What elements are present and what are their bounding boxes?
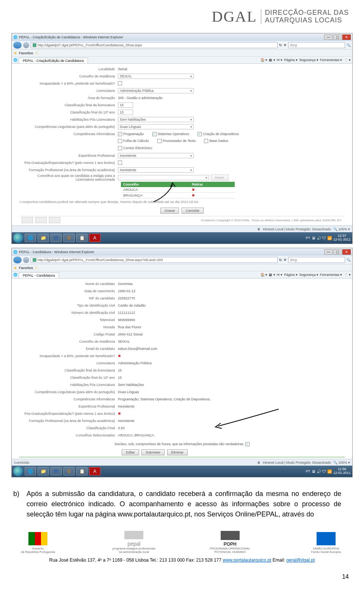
start-button[interactable] [13,233,23,243]
address-bar[interactable]: http://dgalelp07.dgal.pt/PEPAL_FrontOffi… [31,257,278,263]
task-outlook-icon[interactable]: O [63,234,75,242]
intranet-status: Intranet Local | Modo Protegido: Desacti… [263,461,331,464]
favorites-label[interactable]: Favoritos [19,266,33,270]
security-menu[interactable]: Segurança ▾ [299,58,318,62]
lang-indicator[interactable]: PT [306,469,310,473]
start-button[interactable] [13,466,23,476]
security-menu[interactable]: Segurança ▾ [299,273,318,277]
submeter-button[interactable]: Submeter [141,449,165,455]
search-input[interactable]: Bing [288,257,345,263]
add-favorite-icon[interactable]: ☆ [35,265,39,271]
forward-button[interactable] [23,42,29,48]
stop-icon[interactable]: ✕ [284,43,287,47]
checkbox-diapositivos[interactable] [198,132,202,136]
favorites-icon[interactable]: ★ [13,50,17,56]
refresh-icon[interactable]: ↻ [279,258,282,262]
checkbox-posgrad[interactable] [118,161,122,165]
active-tab[interactable]: PEPAL - Candidatura [19,272,59,278]
task-word-icon[interactable]: W [50,234,62,242]
close-button[interactable]: ✕ [342,35,351,40]
select-hab[interactable]: Sem habilitações▾ [118,117,194,122]
search-icon[interactable]: 🔍 [347,43,351,47]
maximize-button[interactable]: ▢ [333,249,342,255]
search-icon[interactable]: 🔍 [347,258,351,262]
screenshot-1: 🌐PEPAL - Criação/Edição de Candidatura -… [11,33,353,244]
task-ie-icon[interactable]: 🌐 [25,234,36,242]
page-menu[interactable]: Página ▾ [284,273,298,277]
favorites-icon[interactable]: ★ [13,265,17,271]
help-icon[interactable]: ❔ ▾ [344,58,351,62]
task-word-icon[interactable]: W [50,467,62,475]
back-button[interactable] [13,42,22,49]
refresh-icon[interactable]: ↻ [279,43,282,47]
stop-icon[interactable]: ✕ [284,258,287,262]
inserir-button[interactable]: Inserir [211,175,229,181]
zoom-level[interactable]: 🔍 105% ▾ [333,461,350,464]
task-adobe-icon[interactable]: A [89,467,100,475]
eliminar-button[interactable]: Eliminar [167,449,188,455]
task-ie-icon[interactable]: 🌐 [25,467,36,475]
input-class-lic[interactable]: 15 [118,102,133,108]
editar-button[interactable]: Editar [122,449,139,455]
feed-icon[interactable]: ▦ ▾ [269,58,275,62]
checkbox-declaro[interactable] [245,442,249,446]
back-button[interactable] [13,257,22,263]
page-menu[interactable]: Página ▾ [284,58,298,62]
remove-icon[interactable]: ✖ [192,188,195,192]
help-icon[interactable]: ❔ ▾ [344,273,351,277]
lang-indicator[interactable]: PT [306,236,310,240]
select-licenciatura[interactable]: Administração Pública▾ [118,88,194,93]
value-tipo-id: Cartão de cidadão [118,304,345,307]
add-favorite-icon[interactable]: ☆ [35,50,39,56]
search-input[interactable]: Bing [288,42,345,48]
checkbox-processador[interactable] [157,139,162,143]
select-concelhos[interactable]: -▾ [118,175,209,180]
forward-button[interactable] [23,257,29,263]
select-concelho-res[interactable]: SEIXAL▾ [118,74,194,79]
select-comp-ling[interactable]: Duas Línguas▾ [118,124,194,129]
checkbox-incapacidade[interactable] [118,81,122,85]
footer-link-email[interactable]: geral@dgal.pt [286,557,315,563]
favorites-label[interactable]: Favoritos [19,51,33,55]
task-adobe-icon[interactable]: A [89,234,100,242]
select-formprof[interactable]: Inexistente▾ [118,167,194,173]
checkbox-sistemas[interactable] [152,132,157,136]
minimize-button[interactable]: — [324,249,333,255]
input-class-12[interactable]: 15 [118,110,133,115]
minimize-button[interactable]: — [324,35,333,40]
checkbox-folha[interactable] [118,139,122,143]
remove-icon[interactable]: ✖ [192,194,195,197]
home-icon[interactable]: 🏠 ▾ [260,273,268,277]
checkbox-programacao[interactable] [118,132,122,136]
home-icon[interactable]: 🏠 ▾ [260,58,268,62]
active-tab[interactable]: PEPAL - Criação/Edição de Candidatura [19,58,88,63]
label-comp-ling: Competências Linguísticas (para além do … [19,125,118,129]
gravar-button[interactable]: Gravar [160,208,179,214]
label-comp-inf: Competências Informáticas [19,132,118,136]
mail-icon[interactable]: ✉ ▾ [277,58,283,62]
clock[interactable]: 11:56 12-01-2011 [333,468,351,475]
checkbox-base[interactable] [204,139,208,143]
cancelar-button[interactable]: Cancelar [182,208,204,214]
task-explorer-icon[interactable]: 📁 [38,234,49,242]
footer-link-portal[interactable]: www.portalautarquico.pt [223,557,271,563]
task-app-icon[interactable]: 📋 [76,234,88,242]
task-outlook-icon[interactable]: O [63,467,75,475]
tools-menu[interactable]: Ferramentas ▾ [320,273,342,277]
task-app-icon[interactable]: 📋 [76,467,88,475]
system-tray[interactable]: 🖥🔊🛡📶 [312,236,332,240]
checkbox-correio[interactable] [118,146,122,150]
ie-icon: 🌐 [13,250,17,254]
clock[interactable]: 12:37 12-01-2011 [333,234,351,242]
maximize-button[interactable]: ▢ [333,35,342,40]
value-area: 345 - Gestão e administração [118,96,345,100]
tools-menu[interactable]: Ferramentas ▾ [320,58,342,62]
mail-icon[interactable]: ✉ ▾ [277,273,283,277]
system-tray[interactable]: 🖥🔊🛡📶 [312,469,332,474]
task-explorer-icon[interactable]: 📁 [38,467,49,475]
zoom-level[interactable]: 🔍 105% ▾ [333,227,350,231]
address-bar[interactable]: http://dgalelp07.dgal.pt/PEPAL_FrontOffi… [31,42,278,48]
feed-icon[interactable]: ▦ ▾ [269,273,275,277]
select-exp[interactable]: Inexistente▾ [118,153,194,158]
close-button[interactable]: ✕ [342,249,351,255]
